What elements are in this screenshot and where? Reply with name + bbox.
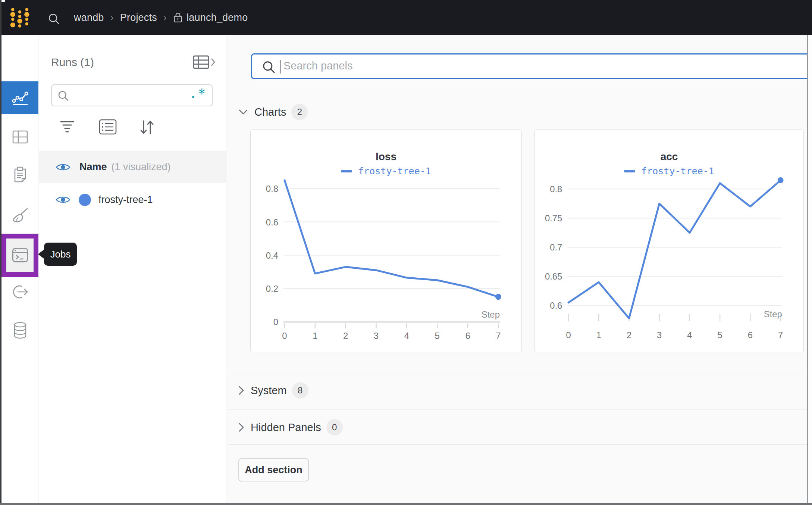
sidebar-item-workspace-active[interactable]: [1, 81, 38, 114]
x-tick-label: 4: [687, 330, 692, 340]
y-tick-label: 0.2: [266, 284, 278, 294]
runs-name-header-row[interactable]: Name (1 visualized): [39, 151, 226, 183]
y-tick-label: 0.6: [266, 217, 278, 227]
run-row-frosty-tree-1[interactable]: frosty-tree-1: [39, 183, 226, 216]
line-chart-icon: [11, 88, 29, 107]
x-tick-label: 6: [748, 330, 753, 340]
x-tick-label: 3: [374, 331, 379, 341]
y-tick-label: 0.6: [550, 301, 562, 311]
x-axis-title: Step: [764, 309, 782, 319]
clipboard-icon: [12, 166, 29, 184]
jobs-tooltip-label: Jobs: [50, 249, 71, 260]
breadcrumb-team[interactable]: wandb: [74, 12, 104, 24]
runs-count-title: Runs (1): [51, 56, 94, 69]
x-tick-label: 5: [718, 330, 722, 340]
name-column-header: Name: [79, 161, 107, 173]
x-tick-label: 7: [778, 330, 783, 340]
section-count-badge: 8: [292, 382, 308, 399]
x-tick-label: 1: [313, 331, 317, 341]
launch-arrow-icon: [11, 284, 29, 300]
breadcrumb-project-name[interactable]: launch_demo: [186, 12, 248, 24]
chevron-down-icon: [237, 108, 249, 116]
section-label: System: [251, 384, 287, 397]
runs-toolbar: [39, 116, 226, 139]
legend-line-swatch: [341, 170, 352, 172]
chart-legend: frosty-tree-1: [251, 166, 521, 177]
x-tick-label: 4: [404, 331, 409, 341]
y-tick-label: 0.8: [550, 184, 562, 194]
sort-icon[interactable]: [139, 119, 155, 136]
section-divider: [228, 375, 808, 375]
search-panels-input[interactable]: Search panels: [251, 53, 812, 79]
y-tick-label: 0.65: [545, 272, 562, 281]
chart-canvas[interactable]: 0.60.650.70.750.801234567Step: [535, 130, 803, 352]
run-color-dot: [79, 194, 91, 206]
terminal-jobs-icon: [11, 247, 29, 264]
section-divider: [228, 444, 808, 445]
x-tick-label: 0: [566, 330, 571, 340]
x-tick-label: 3: [657, 330, 662, 340]
chart-legend: frosty-tree-1: [535, 166, 803, 177]
sidebar-item-jobs-highlighted[interactable]: [1, 234, 38, 277]
y-tick-label: 0: [273, 317, 278, 327]
sidebar-item-artifacts[interactable]: [1, 319, 38, 343]
chart-title: acc: [535, 151, 803, 163]
window-border: [807, 35, 808, 505]
wandb-logo-icon[interactable]: [9, 6, 31, 29]
breadcrumb: wandb › Projects › launch_demo: [74, 0, 248, 35]
sidebar-item-sweeps[interactable]: [1, 203, 38, 227]
panel-loss-chart[interactable]: 00.20.40.60.801234567Step loss frosty-tr…: [250, 130, 522, 352]
group-list-icon[interactable]: [98, 119, 117, 135]
x-tick-label: 7: [496, 331, 501, 341]
section-header-hidden-panels[interactable]: Hidden Panels 0: [237, 419, 343, 436]
window-border: [0, 0, 1, 505]
filter-icon[interactable]: [60, 119, 75, 135]
run-name[interactable]: frosty-tree-1: [98, 194, 153, 206]
y-tick-label: 0.8: [266, 184, 278, 194]
x-tick-label: 2: [627, 330, 631, 340]
chart-title: loss: [251, 151, 521, 163]
window-border: [0, 503, 812, 505]
legend-run-name[interactable]: frosty-tree-1: [641, 166, 714, 177]
section-label: Charts: [254, 106, 286, 118]
last-point-marker: [495, 294, 501, 300]
jobs-tooltip-arrow: [38, 249, 44, 259]
panel-acc-chart[interactable]: 0.60.650.70.750.801234567Step acc frosty…: [534, 130, 804, 352]
y-tick-label: 0.7: [550, 243, 562, 252]
chart-canvas[interactable]: 00.20.40.60.801234567Step: [251, 130, 521, 352]
top-navigation-bar: wandb › Projects › launch_demo: [0, 0, 812, 35]
breadcrumb-projects[interactable]: Projects: [120, 12, 157, 24]
section-header-system[interactable]: System 8: [237, 382, 308, 399]
expand-runs-table-button[interactable]: [192, 54, 216, 70]
add-section-button[interactable]: Add section: [238, 458, 309, 481]
series-line: [568, 180, 781, 318]
section-divider: [228, 409, 808, 409]
x-tick-label: 1: [596, 330, 601, 340]
runs-search-input[interactable]: .*: [51, 84, 213, 106]
global-search-icon[interactable]: [48, 13, 60, 25]
broom-icon: [11, 206, 29, 224]
lock-icon: [173, 12, 183, 23]
regex-toggle-button[interactable]: .*: [189, 86, 207, 101]
x-axis-title: Step: [482, 309, 500, 319]
legend-run-name[interactable]: frosty-tree-1: [358, 166, 431, 177]
x-tick-label: 6: [465, 331, 470, 341]
y-tick-label: 0.4: [266, 250, 278, 261]
sidebar-item-reports[interactable]: [1, 163, 38, 187]
sidebar-item-table[interactable]: [1, 125, 38, 149]
eye-visibility-icon[interactable]: [56, 194, 70, 205]
chevron-right-icon: [237, 421, 245, 433]
breadcrumb-separator: ›: [163, 12, 167, 24]
sidebar-item-launch[interactable]: [1, 280, 38, 304]
section-header-charts[interactable]: Charts 2: [237, 104, 308, 120]
legend-line-swatch: [624, 170, 635, 172]
table-icon: [11, 129, 29, 145]
database-icon: [12, 321, 28, 340]
eye-visibility-icon[interactable]: [56, 162, 70, 172]
y-tick-label: 0.75: [545, 213, 562, 223]
workspace-main: Search panels Charts 2 00.20.40.60.80123…: [227, 35, 807, 503]
chart-plot-svg: 00.20.40.60.801234567Step: [251, 130, 521, 352]
section-label: Hidden Panels: [251, 421, 321, 434]
x-tick-label: 0: [282, 331, 287, 341]
search-icon: [262, 60, 276, 74]
